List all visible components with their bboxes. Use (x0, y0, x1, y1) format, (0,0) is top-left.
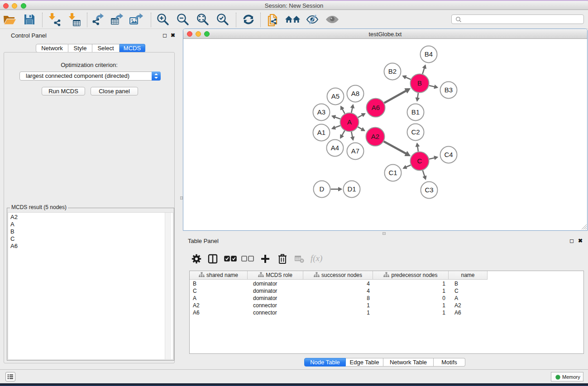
svg-text:A1: A1 (317, 129, 325, 136)
svg-text:B1: B1 (411, 108, 420, 116)
svg-text:A6: A6 (372, 104, 380, 111)
svg-text:B4: B4 (425, 50, 433, 58)
svg-text:A4: A4 (331, 144, 339, 152)
svg-text:C4: C4 (444, 151, 453, 158)
svg-text:D: D (320, 185, 325, 193)
svg-text:A3: A3 (317, 108, 325, 116)
svg-text:C1: C1 (388, 169, 397, 176)
svg-text:A5: A5 (331, 92, 339, 100)
svg-text:C: C (417, 157, 422, 165)
svg-text:C3: C3 (425, 186, 433, 194)
svg-text:A8: A8 (351, 90, 359, 97)
svg-text:A: A (347, 118, 352, 126)
svg-text:D1: D1 (347, 185, 356, 193)
svg-text:C2: C2 (411, 128, 420, 136)
svg-text:B: B (417, 79, 422, 87)
svg-text:B3: B3 (445, 86, 453, 94)
svg-text:A7: A7 (351, 147, 359, 155)
svg-text:A2: A2 (371, 133, 379, 140)
svg-text:B2: B2 (388, 67, 397, 75)
